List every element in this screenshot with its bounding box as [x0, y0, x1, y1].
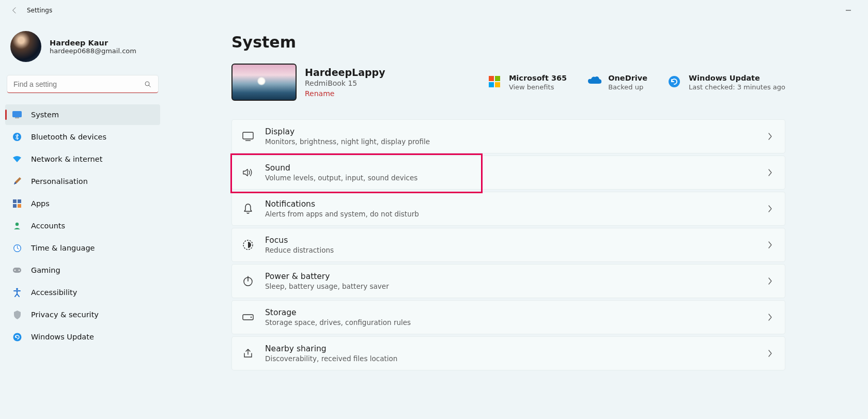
- storage-icon: [242, 314, 254, 320]
- wallpaper-thumbnail[interactable]: [231, 64, 297, 101]
- apps-icon: [12, 199, 22, 208]
- wifi-icon: [12, 154, 22, 164]
- hero-link-sub: Backed up: [608, 83, 647, 91]
- svg-rect-7: [18, 199, 21, 203]
- app-title: Settings: [25, 7, 52, 14]
- sidebar-item-bluetooth[interactable]: Bluetooth & devices: [5, 127, 160, 147]
- hero-link-m365[interactable]: Microsoft 365 View benefits: [488, 74, 567, 91]
- search-icon: [144, 80, 152, 88]
- window-controls: [845, 7, 864, 13]
- main-content: System HardeepLappy RedmiBook 15 Rename …: [165, 21, 868, 419]
- sidebar-item-label: Personalisation: [31, 177, 88, 185]
- sidebar-item-label: Gaming: [31, 266, 60, 274]
- chevron-right-icon: [768, 277, 772, 285]
- hero-link-onedrive[interactable]: OneDrive Backed up: [587, 74, 647, 91]
- chevron-right-icon: [768, 313, 772, 321]
- sidebar-item-apps[interactable]: Apps: [5, 193, 160, 214]
- svg-rect-19: [495, 76, 500, 81]
- accessibility-icon: [12, 288, 22, 297]
- card-storage[interactable]: Storage Storage space, drives, configura…: [231, 300, 785, 334]
- card-sub: Monitors, brightness, night light, displ…: [265, 137, 756, 146]
- card-sub: Reduce distractions: [265, 246, 756, 254]
- svg-rect-4: [15, 118, 19, 118]
- gamepad-icon: [12, 266, 22, 275]
- card-title: Focus: [265, 236, 756, 245]
- clock-icon: [12, 243, 22, 253]
- device-model: RedmiBook 15: [305, 79, 385, 87]
- user-profile[interactable]: Hardeep Kaur hardeep0688@gmail.com: [3, 25, 162, 69]
- sidebar-nav: System Bluetooth & devices Network & int…: [3, 104, 162, 347]
- sidebar-item-privacy[interactable]: Privacy & security: [5, 304, 160, 325]
- svg-rect-6: [13, 199, 17, 203]
- sidebar-item-gaming[interactable]: Gaming: [5, 260, 160, 281]
- chevron-right-icon: [768, 349, 772, 358]
- shield-icon: [12, 310, 22, 319]
- hero-link-sub: View benefits: [509, 83, 567, 91]
- card-sound[interactable]: Sound Volume levels, output, input, soun…: [231, 156, 785, 190]
- sidebar-item-network[interactable]: Network & internet: [5, 149, 160, 169]
- svg-rect-18: [489, 76, 494, 81]
- rename-link[interactable]: Rename: [305, 89, 385, 98]
- sidebar: Hardeep Kaur hardeep0688@gmail.com Syste…: [0, 21, 165, 419]
- hero-link-title: OneDrive: [608, 74, 647, 82]
- microsoft-365-icon: [488, 75, 502, 89]
- hero-link-update[interactable]: Windows Update Last checked: 3 minutes a…: [668, 74, 785, 91]
- sidebar-item-update[interactable]: Windows Update: [5, 327, 160, 347]
- device-name: HardeepLappy: [305, 67, 385, 78]
- card-title: Sound: [265, 163, 756, 173]
- sidebar-item-label: System: [31, 111, 59, 119]
- card-sub: Alerts from apps and system, do not dist…: [265, 210, 756, 218]
- svg-rect-20: [489, 82, 494, 87]
- page-title: System: [231, 33, 785, 51]
- sidebar-item-label: Privacy & security: [31, 311, 99, 319]
- svg-rect-21: [495, 82, 500, 87]
- display-icon: [12, 110, 22, 119]
- svg-point-10: [16, 223, 19, 226]
- card-nearby[interactable]: Nearby sharing Discoverability, received…: [231, 336, 785, 370]
- sidebar-item-label: Windows Update: [31, 333, 94, 341]
- power-icon: [242, 275, 254, 287]
- svg-point-16: [16, 288, 18, 290]
- windows-update-icon: [668, 75, 681, 89]
- svg-rect-13: [13, 268, 21, 273]
- title-bar: Settings: [0, 0, 868, 21]
- share-icon: [242, 348, 254, 359]
- sidebar-item-label: Accessibility: [31, 288, 77, 297]
- svg-point-15: [19, 270, 20, 271]
- user-name: Hardeep Kaur: [50, 39, 136, 47]
- card-power[interactable]: Power & battery Sleep, battery usage, ba…: [231, 264, 785, 298]
- sidebar-item-label: Network & internet: [31, 155, 102, 163]
- display-icon: [242, 132, 254, 141]
- onedrive-icon: [587, 75, 601, 89]
- svg-rect-8: [13, 204, 17, 208]
- chevron-right-icon: [768, 132, 772, 141]
- focus-icon: [242, 239, 254, 251]
- device-hero: HardeepLappy RedmiBook 15 Rename Microso…: [231, 64, 785, 101]
- hero-link-sub: Last checked: 3 minutes ago: [689, 83, 785, 91]
- svg-rect-9: [18, 204, 21, 208]
- chevron-right-icon: [768, 205, 772, 213]
- update-icon: [12, 332, 22, 342]
- minimize-button[interactable]: [845, 7, 851, 13]
- chevron-right-icon: [768, 241, 772, 249]
- sidebar-item-time[interactable]: Time & language: [5, 238, 160, 258]
- card-title: Nearby sharing: [265, 344, 756, 353]
- svg-point-14: [14, 270, 16, 271]
- sidebar-item-accounts[interactable]: Accounts: [5, 215, 160, 236]
- card-sub: Sleep, battery usage, battery saver: [265, 282, 756, 290]
- sidebar-item-personalisation[interactable]: Personalisation: [5, 171, 160, 192]
- sidebar-item-accessibility[interactable]: Accessibility: [5, 282, 160, 303]
- back-button[interactable]: [4, 0, 25, 21]
- svg-rect-23: [243, 132, 253, 139]
- search-input[interactable]: [7, 75, 158, 93]
- card-focus[interactable]: Focus Reduce distractions: [231, 228, 785, 262]
- sidebar-item-system[interactable]: System: [5, 104, 160, 125]
- svg-point-29: [251, 317, 252, 318]
- avatar: [10, 31, 41, 62]
- card-sub: Volume levels, output, input, sound devi…: [265, 174, 756, 182]
- card-display[interactable]: Display Monitors, brightness, night ligh…: [231, 119, 785, 153]
- settings-cards: Display Monitors, brightness, night ligh…: [231, 119, 785, 370]
- card-title: Power & battery: [265, 272, 756, 281]
- hero-link-title: Windows Update: [689, 74, 785, 82]
- card-notifications[interactable]: Notifications Alerts from apps and syste…: [231, 192, 785, 226]
